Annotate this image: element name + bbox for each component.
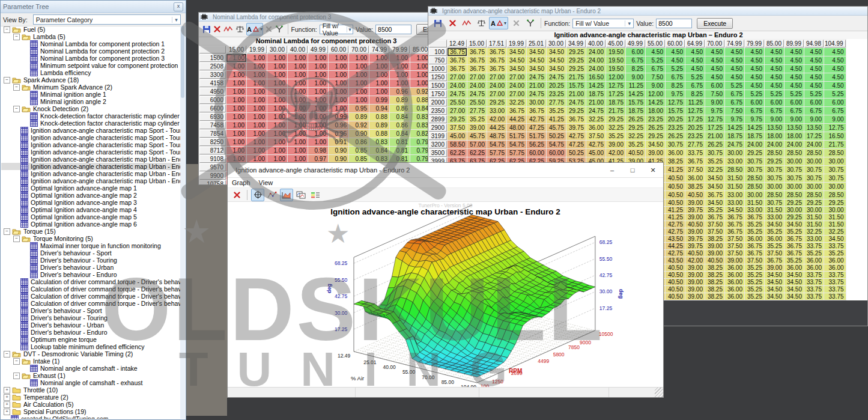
row-header[interactable]: 9570 bbox=[199, 163, 226, 171]
map-cell[interactable]: 15.75 bbox=[666, 107, 685, 115]
save-button[interactable] bbox=[202, 23, 211, 35]
map-cell[interactable]: 47.25 bbox=[566, 141, 586, 148]
map-cell[interactable]: 6.75 bbox=[785, 107, 804, 115]
value-input[interactable] bbox=[656, 19, 692, 28]
collapse-icon[interactable]: − bbox=[13, 373, 20, 379]
map-cell[interactable]: 1.00 bbox=[369, 54, 389, 62]
tree-item[interactable]: Knock-detection factor characteristic ma… bbox=[1, 120, 180, 127]
column-header[interactable]: 70.00 bbox=[349, 46, 369, 53]
map-cell[interactable]: 1.00 bbox=[288, 96, 308, 104]
map-cell[interactable]: 1.00 bbox=[288, 121, 308, 129]
tree-item[interactable]: Driver's behaviour - Enduro bbox=[1, 329, 180, 336]
column-header[interactable]: 19.99 bbox=[247, 46, 267, 53]
map-cell[interactable]: 1.00 bbox=[308, 62, 328, 70]
map-cell[interactable]: 27.75 bbox=[467, 107, 487, 115]
map-cell[interactable]: 26.25 bbox=[626, 115, 645, 123]
column-header[interactable]: 70.00 bbox=[705, 40, 724, 47]
column-header[interactable]: 12.49 bbox=[448, 40, 467, 47]
tree-item[interactable]: Nominal Lambda for component protection … bbox=[1, 47, 180, 55]
map-cell[interactable]: 1.00 bbox=[390, 62, 410, 70]
map-cell[interactable]: 33.00 bbox=[765, 214, 784, 221]
map-cell[interactable]: 18.75 bbox=[626, 107, 645, 115]
column-header[interactable]: 64.99 bbox=[685, 40, 705, 47]
row-header[interactable]: 7854 bbox=[199, 130, 226, 138]
map-cell[interactable]: 32.25 bbox=[507, 99, 526, 106]
function-select[interactable]: Fill w/ Value▾ bbox=[572, 19, 634, 28]
tree-item[interactable]: −Intake (1) bbox=[1, 358, 180, 365]
map-cell[interactable]: 6.75 bbox=[646, 65, 665, 73]
map-cell[interactable]: 4.50 bbox=[705, 73, 724, 81]
map-cell[interactable]: 4.50 bbox=[785, 56, 804, 64]
map-cell[interactable]: 34.50 bbox=[547, 65, 566, 73]
tree-item[interactable]: Lambda efficiency bbox=[1, 69, 180, 76]
map-cell[interactable]: 4.50 bbox=[824, 48, 846, 56]
map-cell[interactable]: 37.50 bbox=[586, 132, 605, 140]
tree-item[interactable]: Driver's behaviour - Touring bbox=[1, 257, 180, 264]
map-cell[interactable]: 35.25 bbox=[745, 221, 764, 228]
map-cell[interactable]: 1.00 bbox=[226, 130, 246, 138]
map-cell[interactable]: 35.25 bbox=[785, 228, 804, 235]
map-cell[interactable]: 62.25 bbox=[467, 149, 487, 157]
map-cell[interactable]: 13.50 bbox=[785, 124, 804, 132]
column-header[interactable]: 40.00 bbox=[288, 46, 308, 53]
map-cell[interactable]: 4.50 bbox=[785, 65, 804, 73]
map-cell[interactable]: 38.25 bbox=[705, 293, 724, 300]
map-cell[interactable]: 1.00 bbox=[247, 121, 267, 129]
column-header[interactable]: 49.99 bbox=[626, 40, 645, 47]
map-cell[interactable]: 0.89 bbox=[390, 96, 410, 104]
map-cell[interactable]: 29.25 bbox=[785, 214, 804, 221]
map-cell[interactable]: 1.00 bbox=[308, 113, 328, 121]
map-cell[interactable]: 18.00 bbox=[765, 132, 784, 140]
map-cell[interactable]: 34.50 bbox=[705, 183, 724, 190]
tree-item[interactable]: Driver's behaviour - Touring bbox=[1, 314, 180, 321]
map-cell[interactable]: 36.00 bbox=[725, 286, 744, 293]
map-cell[interactable]: 36.75 bbox=[467, 65, 487, 73]
map-cell[interactable]: 0.91 bbox=[329, 138, 348, 146]
tree-item[interactable]: Optimal Ignition advance-angle map 5 bbox=[1, 213, 180, 221]
map-cell[interactable]: 29.25 bbox=[566, 107, 586, 115]
map-cell[interactable]: 0.83 bbox=[369, 138, 389, 146]
map-cell[interactable]: 32.25 bbox=[626, 132, 645, 140]
map-cell[interactable]: 0.99 bbox=[329, 113, 348, 121]
map-cell[interactable]: 6.00 bbox=[804, 99, 824, 106]
map-cell[interactable]: 35.25 bbox=[824, 250, 846, 257]
map-cell[interactable]: 34.50 bbox=[785, 221, 804, 228]
tree-item[interactable]: Nominal angle of camshaft - exhaust bbox=[1, 379, 180, 386]
column-header[interactable]: 19.99 bbox=[507, 40, 526, 47]
map-cell[interactable]: 48.00 bbox=[507, 124, 526, 132]
map-cell[interactable]: 36.00 bbox=[785, 264, 804, 271]
map-cell[interactable]: 27.00 bbox=[487, 90, 506, 98]
map-cell[interactable]: 25.50 bbox=[467, 99, 487, 106]
map-cell[interactable]: 34.50 bbox=[527, 65, 546, 73]
map-cell[interactable]: 36.00 bbox=[586, 124, 605, 132]
map-cell[interactable]: 31.50 bbox=[725, 174, 744, 182]
collapse-icon[interactable]: − bbox=[13, 236, 20, 242]
map-cell[interactable]: 30.00 bbox=[785, 157, 804, 165]
map-cell[interactable]: 21.00 bbox=[705, 132, 724, 140]
map-cell[interactable]: 1.00 bbox=[369, 71, 389, 79]
map-cell[interactable]: 33.00 bbox=[804, 236, 824, 242]
map-cell[interactable]: 39.00 bbox=[646, 149, 665, 157]
collapse-icon[interactable]: − bbox=[13, 34, 20, 40]
map-cell[interactable]: 45.75 bbox=[547, 124, 566, 132]
map-cell[interactable]: 1.00 bbox=[349, 54, 369, 62]
map-cell[interactable]: 14.25 bbox=[586, 82, 605, 90]
tree-item[interactable]: Ignition advance-angle characteristic ma… bbox=[1, 163, 180, 170]
map-cell[interactable]: 15.75 bbox=[566, 82, 586, 90]
map-cell[interactable]: 36.00 bbox=[685, 174, 705, 182]
map-cell[interactable]: 0.86 bbox=[349, 138, 369, 146]
map-cell[interactable]: 29.25 bbox=[606, 115, 625, 123]
map-cell[interactable]: 45.00 bbox=[586, 149, 605, 157]
map-cell[interactable]: 36.75 bbox=[487, 48, 506, 56]
map-cell[interactable]: 39.75 bbox=[685, 236, 705, 242]
column-header[interactable]: 85.00 bbox=[765, 40, 784, 47]
map-cell[interactable]: 5.25 bbox=[765, 90, 784, 98]
map-cell[interactable]: 1.00 bbox=[329, 105, 348, 112]
map-cell[interactable]: 1.00 bbox=[226, 105, 246, 112]
map-cell[interactable]: 36.00 bbox=[725, 293, 744, 300]
map-cell[interactable]: 33.75 bbox=[804, 293, 824, 300]
map-cell[interactable]: 40.50 bbox=[685, 191, 705, 199]
map-cell[interactable]: 37.50 bbox=[448, 124, 467, 132]
menu-graph[interactable]: Graph bbox=[228, 179, 255, 186]
map-cell[interactable]: 39.00 bbox=[685, 286, 705, 293]
